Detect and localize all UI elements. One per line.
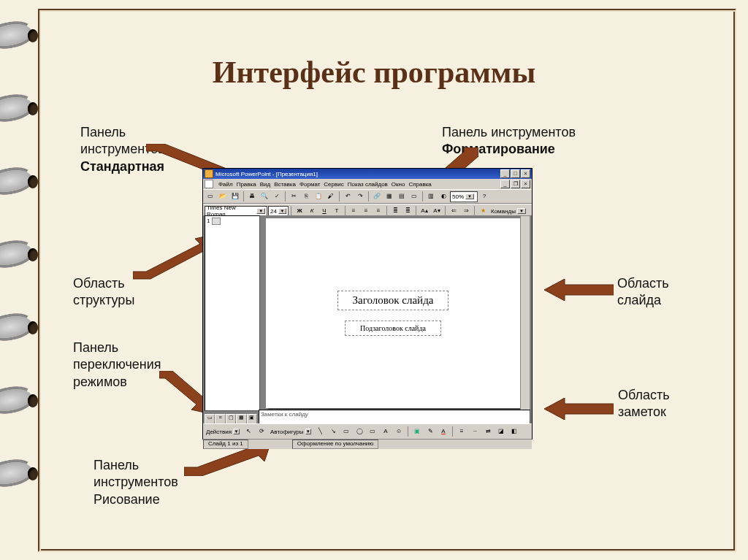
arrow-style-button[interactable]: ⇄ (482, 426, 494, 437)
notes-pane[interactable]: Заметки к слайду (259, 410, 530, 424)
cut-button[interactable]: ✂ (288, 191, 299, 202)
view-switch-panel: ▭ ≡ ▢ ▦ ▣ (205, 414, 257, 424)
slide-pane: Заголовок слайда Подзаголовок слайда (262, 215, 530, 411)
save-button[interactable]: 💾 (229, 191, 241, 202)
doc-restore-button[interactable]: ❐ (511, 180, 520, 188)
rectangle-button[interactable]: ▭ (340, 426, 352, 437)
wordart-button[interactable]: A (380, 426, 392, 437)
menu-view[interactable]: Вид (260, 181, 270, 188)
label-drawing-toolbar: Панель инструментов Рисование (94, 457, 178, 508)
outline-slide-number: 1 (207, 218, 210, 224)
normal-view-button[interactable]: ▭ (205, 414, 215, 424)
menu-slideshow[interactable]: Показ слайдов (348, 181, 388, 188)
line-style-button[interactable]: ≡ (456, 426, 468, 437)
undo-button[interactable]: ↶ (342, 191, 354, 202)
paste-button[interactable]: 📋 (313, 191, 324, 202)
title-placeholder[interactable]: Заголовок слайда (337, 291, 449, 310)
redo-button[interactable]: ↷ (354, 191, 366, 202)
page-title: Интерфейс программы (0, 55, 748, 90)
3d-style-button[interactable]: ◧ (508, 426, 520, 437)
textbox-button[interactable]: ▭ (367, 426, 378, 437)
svg-marker-5 (544, 398, 614, 420)
line-button[interactable]: ╲ (314, 426, 326, 437)
minimize-button[interactable]: _ (500, 169, 510, 178)
autoshapes-menu[interactable]: Автофигуры▼ (269, 427, 313, 437)
clipart-button[interactable]: ☺ (393, 426, 405, 437)
close-button[interactable]: × (521, 169, 530, 178)
vertical-scrollbar[interactable] (520, 215, 530, 411)
draw-actions-menu[interactable]: Действия▼ (205, 427, 241, 437)
menu-insert[interactable]: Вставка (274, 181, 296, 188)
grayscale-button[interactable]: ◐ (438, 191, 449, 202)
hyperlink-button[interactable]: 🔗 (371, 191, 383, 202)
doc-icon (205, 180, 213, 188)
zoom-combo[interactable]: 50%▼ (450, 191, 478, 202)
help-button[interactable]: ? (478, 191, 490, 202)
status-slide-number: Слайд 1 из 1 (203, 440, 248, 449)
outline-pane[interactable]: 1 (205, 215, 260, 411)
font-color-button[interactable]: A (438, 426, 449, 437)
maximize-button[interactable]: □ (511, 169, 520, 178)
shadow-style-button[interactable]: ◪ (495, 426, 507, 437)
slideshow-view-button[interactable]: ▣ (247, 414, 257, 424)
line-color-button[interactable]: ✎ (424, 426, 436, 437)
doc-minimize-button[interactable]: _ (500, 180, 510, 188)
outline-view-button[interactable]: ≡ (215, 414, 225, 424)
label-notes-area: Область заметок (618, 387, 670, 421)
format-painter-button[interactable]: 🖌 (325, 191, 337, 202)
spell-button[interactable]: ✓ (271, 191, 283, 202)
menu-file[interactable]: Файл (218, 181, 233, 188)
copy-button[interactable]: ⎘ (300, 191, 312, 202)
arrow-slide-area (544, 279, 614, 301)
sorter-view-button[interactable]: ▦ (236, 414, 246, 424)
doc-close-button[interactable]: × (521, 180, 530, 188)
standard-toolbar: ▭ 📂 💾 🖶 🔍 ✓ ✂ ⎘ 📋 🖌 ↶ ↷ 🔗 ▦ ▤ ▭ ▥ ◐ 50%▼… (203, 189, 532, 204)
slide-canvas[interactable]: Заголовок слайда Подзаголовок слайда (266, 218, 520, 408)
chart-button[interactable]: ▤ (396, 191, 408, 202)
window-title: Microsoft PowerPoint - [Презентация1] (215, 171, 318, 177)
title-bar[interactable]: Microsoft PowerPoint - [Презентация1] _ … (203, 169, 532, 179)
print-button[interactable]: 🖶 (246, 191, 258, 202)
slide-view-button[interactable]: ▢ (226, 414, 236, 424)
menu-format[interactable]: Формат (299, 181, 320, 188)
new-button[interactable]: ▭ (205, 191, 216, 202)
label-outline-area: Область структуры (73, 275, 134, 310)
arrow-notes-area (544, 398, 614, 420)
dash-style-button[interactable]: ┄ (469, 426, 481, 437)
table-button[interactable]: ▦ (383, 191, 395, 202)
expand-button[interactable]: ▥ (425, 191, 437, 202)
status-bar: Слайд 1 из 1 Оформление по умолчанию (203, 439, 532, 449)
fill-color-button[interactable]: ▣ (411, 426, 423, 437)
select-button[interactable]: ↖ (243, 426, 254, 437)
drawing-toolbar: Действия▼ ↖ ⟳ Автофигуры▼ ╲ ↘ ▭ ◯ ▭ A ☺ … (203, 423, 532, 439)
commands-button[interactable]: Команды▼ (489, 207, 527, 216)
svg-marker-3 (544, 279, 614, 301)
slide-thumb-icon (212, 218, 221, 225)
oval-button[interactable]: ◯ (354, 426, 365, 437)
menu-edit[interactable]: Правка (237, 181, 256, 188)
app-icon (205, 169, 213, 178)
notes-placeholder: Заметки к слайду (261, 411, 308, 418)
status-template: Оформление по умолчанию (292, 440, 379, 449)
menu-window[interactable]: Окно (392, 181, 405, 188)
menu-help[interactable]: Справка (408, 181, 431, 188)
subtitle-placeholder[interactable]: Подзаголовок слайда (345, 321, 441, 336)
new-slide-button[interactable]: ▭ (408, 191, 420, 202)
rotate-button[interactable]: ⟳ (256, 426, 267, 437)
label-slide-area: Область слайда (617, 275, 669, 310)
open-button[interactable]: 📂 (217, 191, 229, 202)
menu-bar: Файл Правка Вид Вставка Формат Сервис По… (203, 179, 532, 189)
powerpoint-window: Microsoft PowerPoint - [Презентация1] _ … (202, 168, 533, 440)
arrow-button[interactable]: ↘ (327, 426, 339, 437)
workspace: 1 Заголовок слайда Подзаголовок слайда (203, 215, 532, 411)
preview-button[interactable]: 🔍 (259, 191, 270, 202)
menu-tools[interactable]: Сервис (324, 181, 343, 188)
label-view-switch: Панель переключения режимов (73, 340, 161, 391)
